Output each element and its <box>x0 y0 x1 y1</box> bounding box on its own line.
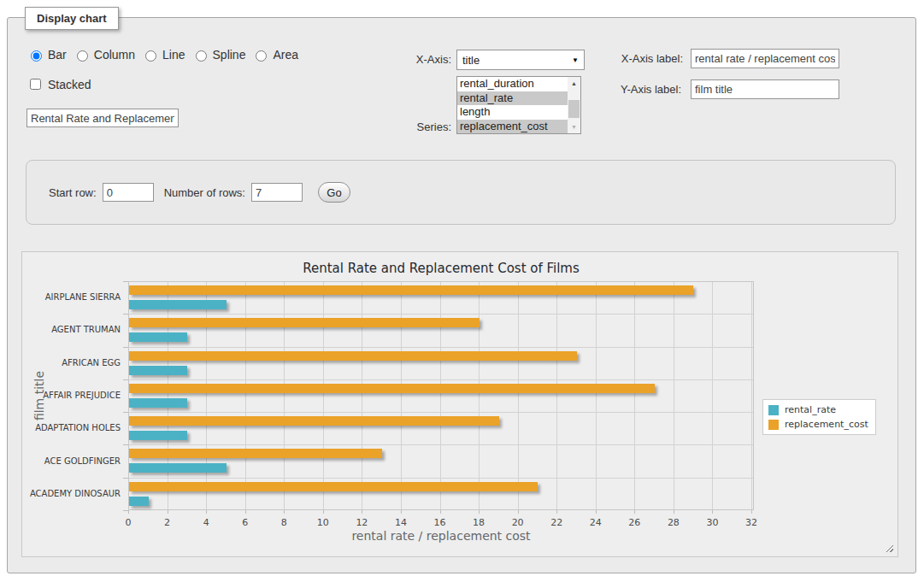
chart-type-label: Area <box>273 48 298 62</box>
x-tick-label: 16 <box>434 517 446 528</box>
gridline <box>634 282 635 509</box>
legend-item: replacement_cost <box>768 419 868 430</box>
y-tick-mark <box>123 478 128 479</box>
x-axis-select-value: title <box>462 54 480 67</box>
x-tick-label: 4 <box>203 517 209 528</box>
chart-title: Rental Rate and Replacement Cost of Film… <box>128 261 754 276</box>
bar-replacement_cost <box>129 318 480 327</box>
chart-title-input[interactable] <box>26 109 179 127</box>
start-row-label: Start row: <box>49 186 97 199</box>
gridline <box>518 282 519 509</box>
y-category-label: ACADEMY DINOSAUR <box>22 489 121 498</box>
gridline <box>556 282 557 509</box>
legend-item: rental_rate <box>768 404 868 415</box>
stacked-row: Stacked <box>26 76 91 92</box>
chart-type-group: BarColumnLineSplineArea <box>26 48 298 62</box>
go-button[interactable]: Go <box>318 182 350 203</box>
x-tick-label: 18 <box>473 517 485 528</box>
x-tick-label: 32 <box>745 517 757 528</box>
chart-type-option: Spline <box>191 48 246 62</box>
chart-type-option: Line <box>141 48 185 62</box>
chart-type-radio-column[interactable] <box>77 50 88 62</box>
series-option[interactable]: replacement_cost <box>457 120 580 134</box>
x-tick-mark <box>556 510 557 514</box>
bar-replacement_cost <box>129 384 655 393</box>
y-category-label: AFRICAN EGG <box>22 358 121 367</box>
x-tick-mark <box>245 510 246 514</box>
y-category-label: AGENT TRUMAN <box>22 325 121 334</box>
bar-replacement_cost <box>129 449 382 458</box>
scroll-down-icon[interactable]: ▼ <box>568 121 580 133</box>
y-tick-mark <box>123 314 128 315</box>
x-tick-mark <box>362 510 362 514</box>
bar-rental_rate <box>129 463 227 473</box>
x-tick-mark <box>712 510 713 514</box>
x-tick-label: 20 <box>512 517 524 528</box>
gridline <box>129 412 753 413</box>
scrollbar-thumb[interactable] <box>568 100 580 118</box>
bar-rental_rate <box>129 366 187 375</box>
stacked-checkbox[interactable] <box>30 79 41 90</box>
x-axis-title: rental rate / replacement cost <box>128 529 754 543</box>
chart-type-radio-line[interactable] <box>145 50 156 62</box>
fieldset-legend: Display chart <box>25 7 119 30</box>
gridline <box>479 282 480 509</box>
x-tick-label: 0 <box>126 517 132 528</box>
x-tick-label: 24 <box>590 517 602 528</box>
chart-type-radio-bar[interactable] <box>31 50 42 62</box>
chart-type-option: Area <box>251 48 298 62</box>
x-axis-select-label: X-Axis: <box>333 53 451 66</box>
y-category-label: ACE GOLDFINGER <box>22 456 121 466</box>
chart-type-label: Spline <box>213 48 246 62</box>
x-tick-mark <box>206 510 207 514</box>
stacked-label: Stacked <box>48 78 91 91</box>
y-axis-label-input[interactable] <box>691 79 839 99</box>
x-tick-mark <box>518 510 519 514</box>
start-row-input[interactable] <box>103 183 154 202</box>
x-axis-label-input[interactable] <box>691 49 839 68</box>
bar-rental_rate <box>129 300 227 309</box>
gridline <box>129 314 753 315</box>
gridline <box>674 282 674 509</box>
chart-type-label: Line <box>162 48 185 62</box>
chart-type-radio-spline[interactable] <box>196 50 207 62</box>
x-tick-mark <box>674 510 674 514</box>
gridline <box>245 282 246 509</box>
x-axis-label-caption: X-Axis label: <box>546 52 683 65</box>
gridline <box>596 282 597 509</box>
gridline <box>362 282 362 509</box>
x-tick-label: 14 <box>395 517 407 528</box>
y-tick-mark <box>123 444 128 445</box>
bar-replacement_cost <box>129 416 499 426</box>
rows-panel: Start row: Number of rows: Go <box>26 160 896 225</box>
legend-label: replacement_cost <box>785 419 868 430</box>
gridline <box>440 282 441 509</box>
bar-rental_rate <box>129 497 149 506</box>
y-axis-label-caption: Y-Axis label: <box>546 83 681 96</box>
chart-type-option: Column <box>73 48 135 62</box>
bar-replacement_cost <box>129 285 693 295</box>
x-tick-mark <box>751 510 752 514</box>
legend-swatch <box>768 405 779 415</box>
series-option[interactable]: length <box>457 105 580 120</box>
chart-type-label: Column <box>94 48 135 62</box>
gridline <box>129 444 753 445</box>
gridline <box>129 478 753 479</box>
num-rows-label: Number of rows: <box>164 186 245 199</box>
num-rows-input[interactable] <box>251 183 303 202</box>
gridline <box>206 282 207 509</box>
x-tick-mark <box>323 510 324 514</box>
chart-type-radio-area[interactable] <box>256 50 267 62</box>
x-tick-mark <box>479 510 480 514</box>
chart-legend: rental_ratereplacement_cost <box>762 399 876 435</box>
x-tick-label: 6 <box>242 517 248 528</box>
gridline <box>129 379 753 380</box>
series-label: Series: <box>333 121 451 133</box>
x-tick-mark <box>596 510 597 514</box>
x-tick-mark <box>634 510 635 514</box>
x-tick-mark <box>401 510 402 514</box>
gridline <box>712 282 713 509</box>
y-tick-mark <box>123 379 128 380</box>
legend-label: rental_rate <box>785 404 836 415</box>
resize-handle-icon[interactable] <box>886 544 893 552</box>
